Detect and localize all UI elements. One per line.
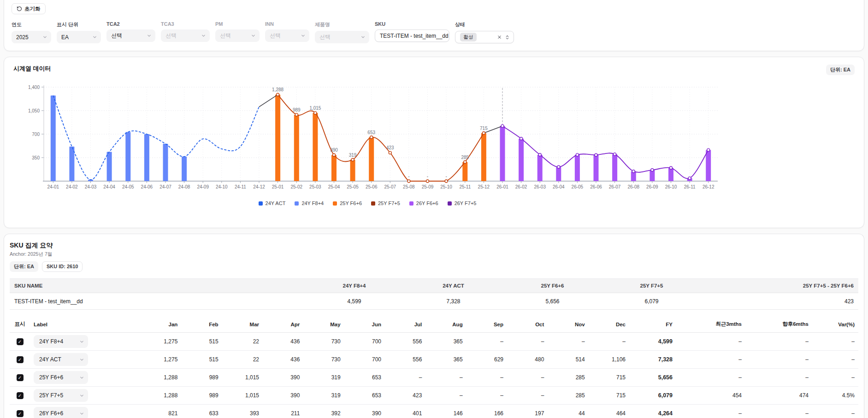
- label-select[interactable]: 24Y F8+4: [34, 335, 88, 348]
- status-tag: 활성: [460, 33, 477, 41]
- svg-text:26-05: 26-05: [572, 184, 584, 189]
- svg-text:653: 653: [367, 130, 375, 135]
- reset-label: 초기화: [24, 6, 41, 12]
- row-checkbox[interactable]: ✓: [17, 338, 24, 345]
- svg-text:25-12: 25-12: [478, 184, 490, 189]
- bar-26Y-F6+6: [706, 150, 711, 181]
- bar-26Y-F6+6: [556, 167, 561, 181]
- chevron-down-icon: [201, 33, 206, 38]
- svg-text:26-06: 26-06: [590, 184, 602, 189]
- svg-text:26-11: 26-11: [684, 184, 696, 189]
- legend-label: 25Y F6+6: [340, 200, 362, 206]
- bar-26Y-F6+6: [612, 154, 617, 181]
- value-cell: 22: [222, 338, 263, 345]
- chart-title: 시계열 데이터: [13, 65, 51, 73]
- value-cell: –: [548, 338, 588, 345]
- value-cell: 166: [466, 410, 507, 417]
- col-25y-f66: 25Y F6+6: [503, 283, 602, 288]
- svg-text:25-02: 25-02: [291, 184, 303, 189]
- filter-field-pm: PM선택: [215, 21, 260, 43]
- filter-field-unit: 표시 단위EA: [57, 21, 101, 43]
- col-24y-f84: 24Y F8+4: [305, 283, 404, 288]
- filter-select-inn: 선택: [265, 29, 309, 42]
- value-cell: 633: [181, 410, 222, 417]
- row-checkbox[interactable]: ✓: [17, 356, 24, 363]
- value-cell: 454: [676, 392, 745, 399]
- label-select-value: 25Y F6+6: [39, 374, 79, 381]
- value-cell: –: [466, 374, 507, 381]
- value-cell: 423: [385, 392, 425, 399]
- svg-text:26-03: 26-03: [534, 184, 546, 189]
- col-var-: Var(%): [812, 322, 858, 327]
- svg-text:24-10: 24-10: [216, 184, 228, 189]
- svg-text:26-10: 26-10: [665, 184, 677, 189]
- bar-26Y-F6+6: [575, 155, 580, 181]
- value-cell: 392: [303, 410, 344, 417]
- value-cell: 556: [385, 356, 425, 363]
- svg-text:1,015: 1,015: [309, 106, 321, 111]
- val-25y-diff: 423: [701, 298, 858, 305]
- line-26Y-F7+5: [502, 126, 709, 178]
- chevron-down-icon: [360, 35, 366, 40]
- value-cell: 393: [222, 410, 263, 417]
- row-checkbox[interactable]: ✓: [17, 392, 24, 399]
- value-cell: 700: [344, 356, 385, 363]
- bar-24Y-F8+4: [125, 132, 130, 181]
- value-cell: 700: [344, 338, 385, 345]
- filter-select-sku[interactable]: TEST-ITEM - test_item__dd: [375, 29, 449, 42]
- col-fy: FY: [629, 322, 676, 327]
- col-feb: Feb: [181, 322, 222, 327]
- label-select[interactable]: 25Y F6+6: [34, 371, 88, 384]
- val-24y-act: 7,328: [404, 298, 503, 305]
- value-cell: 629: [466, 356, 507, 363]
- value-cell: 464: [589, 410, 629, 417]
- filter-value-tca3: 선택: [165, 32, 198, 40]
- col-jun: Jun: [344, 322, 385, 327]
- table-row-26Y-F6+6: ✓26Y F6+68216333932113923904011461661974…: [10, 405, 858, 418]
- legend-dot: [409, 201, 413, 206]
- svg-text:26-08: 26-08: [628, 184, 640, 189]
- svg-text:25-07: 25-07: [384, 184, 396, 189]
- filter-select-tca2[interactable]: 선택: [106, 29, 155, 42]
- reset-button[interactable]: 초기화: [12, 3, 46, 14]
- value-cell: 1,275: [141, 338, 181, 345]
- value-cell: 436: [263, 338, 303, 345]
- value-cell: 285: [548, 392, 588, 399]
- label-select[interactable]: 26Y F6+6: [34, 407, 88, 418]
- row-checkbox[interactable]: ✓: [17, 374, 24, 381]
- status-clear-button[interactable]: [497, 35, 502, 40]
- value-cell: –: [589, 338, 629, 345]
- svg-text:24-09: 24-09: [197, 184, 209, 189]
- filter-value-pm: 선택: [220, 32, 248, 40]
- sku-table-row: TEST-ITEM - test_item__dd 4,599 7,328 5,…: [10, 293, 858, 310]
- col-aug: Aug: [425, 322, 466, 327]
- legend-item-25Y-F6+6: 25Y F6+6: [333, 200, 362, 206]
- chevron-down-icon: [251, 33, 256, 38]
- filter-panel: 초기화 연도2025표시 단위EATCA2선택TCA3선택PM선택INN선택제품…: [4, 0, 864, 51]
- svg-text:25-04: 25-04: [328, 184, 340, 189]
- row-checkbox[interactable]: ✓: [17, 410, 24, 417]
- clear-x-icon[interactable]: [497, 35, 502, 40]
- value-cell: 390: [263, 392, 303, 399]
- fy-cell: 4,599: [629, 338, 676, 345]
- label-select[interactable]: 24Y ACT: [34, 353, 88, 366]
- filter-label-pm: PM: [215, 21, 260, 27]
- svg-text:26-04: 26-04: [553, 184, 565, 189]
- filter-select-year[interactable]: 2025: [12, 31, 51, 43]
- label-select[interactable]: 25Y F7+5: [34, 389, 88, 402]
- chart-legend: 24Y ACT24Y F8+425Y F6+625Y F7+526Y F6+62…: [13, 200, 721, 206]
- bar-24Y-F8+4: [69, 147, 74, 181]
- svg-text:24-03: 24-03: [85, 184, 97, 189]
- svg-text:25-03: 25-03: [309, 184, 321, 189]
- svg-text:715: 715: [480, 126, 488, 131]
- value-cell: 474: [745, 392, 812, 399]
- val-24y-f84: 4,599: [305, 298, 404, 305]
- timeseries-card: 시계열 데이터 단위: EA 3507001,0501,40024-0124-0…: [4, 57, 864, 228]
- filter-select-unit[interactable]: EA: [57, 31, 101, 43]
- value-cell: 514: [548, 356, 588, 363]
- chevron-down-icon: [79, 357, 84, 362]
- fy-cell: 5,656: [629, 374, 676, 381]
- line-24Y-ACT: [53, 95, 259, 180]
- filter-value-year: 2025: [16, 34, 40, 41]
- filter-select-status[interactable]: 활성: [455, 31, 514, 43]
